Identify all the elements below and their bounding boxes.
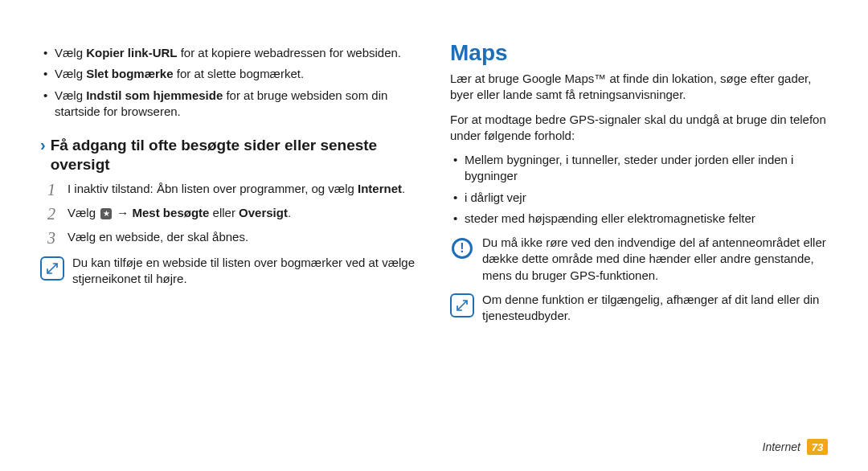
bullet-weather: i dårligt vejr [465, 190, 828, 206]
maps-intro-1: Lær at bruge Google Maps™ at finde din l… [450, 71, 828, 104]
step-body: I inaktiv tilstand: Åbn listen over prog… [68, 181, 405, 197]
bullet-set-homepage: Vælg Indstil som hjemmeside for at bruge… [55, 88, 418, 121]
text: Vælg [55, 46, 86, 59]
left-column: Vælg Kopier link-URL for at kopiere weba… [40, 40, 418, 332]
text-bold: Internet [358, 182, 402, 195]
text: . [402, 182, 405, 195]
note-text: Om denne funktion er tilgængelig, afhæng… [482, 292, 828, 325]
page-number: 73 [807, 439, 828, 455]
left-bullets: Vælg Kopier link-URL for at kopiere weba… [55, 45, 418, 120]
svg-line-1 [458, 301, 467, 310]
text: I inaktiv tilstand: Åbn listen over prog… [68, 182, 358, 195]
text: eller [209, 206, 239, 219]
note-bookmark-star: Du kan tilføje en webside til listen ove… [40, 255, 418, 288]
note-text: Du kan tilføje en webside til listen ove… [72, 255, 418, 288]
warning-text: Du må ikke røre ved den indvendige del a… [482, 235, 828, 284]
text: . [288, 206, 291, 219]
step-body: Vælg en webside, der skal åbnes. [68, 229, 248, 245]
step-body: Vælg ★ → Mest besøgte eller Oversigt. [68, 205, 291, 221]
step-number: 1 [43, 181, 59, 199]
text: for at slette bogmærket. [174, 67, 305, 80]
text-bold: Slet bogmærke [86, 67, 173, 80]
text-bold: Oversigt [239, 206, 288, 219]
text-bold: Mest besøgte [133, 206, 210, 219]
note-availability: Om denne funktion er tilgængelig, afhæng… [450, 292, 828, 325]
steps-list: 1 I inaktiv tilstand: Åbn listen over pr… [43, 181, 418, 247]
chevron-icon: › [40, 136, 46, 154]
step-3: 3 Vælg en webside, der skal åbnes. [43, 229, 418, 247]
step-2: 2 Vælg ★ → Mest besøgte eller Oversigt. [43, 205, 418, 223]
warning-icon: ! [450, 236, 474, 260]
step-1: 1 I inaktiv tilstand: Åbn listen over pr… [43, 181, 418, 199]
footer-section: Internet [763, 440, 800, 453]
warning-antenna: ! Du må ikke røre ved den indvendige del… [450, 235, 828, 284]
bullet-buildings: Mellem bygninger, i tunneller, steder un… [465, 152, 828, 185]
bullet-delete-bookmark: Vælg Slet bogmærke for at slette bogmærk… [55, 66, 418, 82]
text: Vælg [55, 67, 86, 80]
text: Vælg [68, 206, 99, 219]
note-icon [40, 256, 64, 281]
text: Vælg [55, 88, 86, 102]
maps-intro-2: For at modtage bedre GPS-signaler skal d… [450, 112, 828, 145]
step-number: 2 [43, 205, 59, 223]
page-footer: Internet 73 [763, 439, 828, 455]
right-column: Maps Lær at bruge Google Maps™ at finde … [450, 40, 828, 332]
svg-line-0 [48, 264, 57, 272]
bullet-highvoltage: steder med højspænding eller elektromagn… [465, 211, 828, 227]
text-bold: Indstil som hjemmeside [86, 88, 223, 102]
page-content: Vælg Kopier link-URL for at kopiere weba… [40, 40, 828, 332]
text: for at kopiere webadressen for websiden. [178, 46, 402, 59]
subheading: › Få adgang til ofte besøgte sider eller… [40, 136, 418, 174]
bullet-copy-url: Vælg Kopier link-URL for at kopiere weba… [55, 45, 418, 61]
step-number: 3 [43, 229, 59, 247]
maps-heading: Maps [450, 40, 828, 66]
star-icon: ★ [100, 208, 112, 219]
text: → [113, 206, 132, 219]
text-bold: Kopier link-URL [86, 46, 177, 59]
subheading-text: Få adgang til ofte besøgte sider eller s… [51, 136, 418, 174]
gps-bullets: Mellem bygninger, i tunneller, steder un… [465, 152, 828, 227]
note-icon [450, 293, 474, 317]
